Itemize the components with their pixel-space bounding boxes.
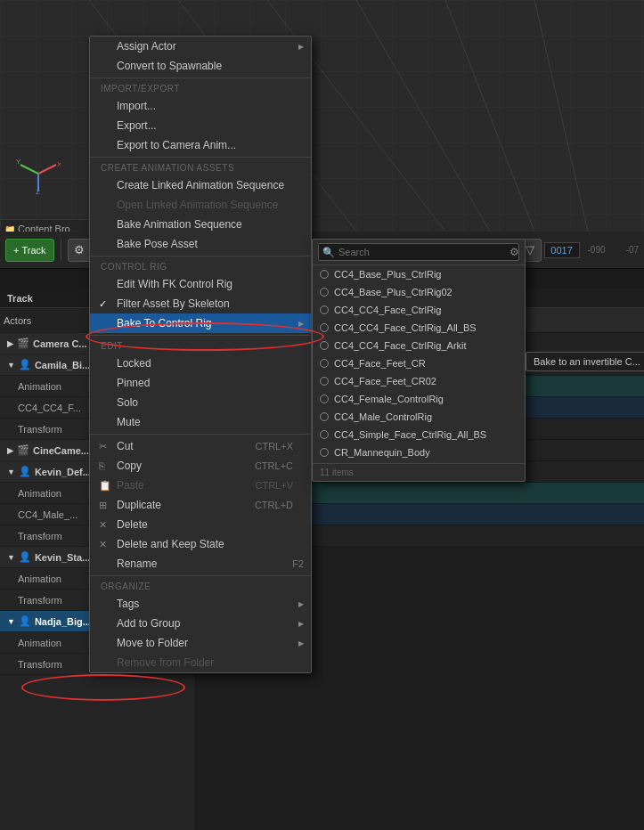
ctx-duplicate[interactable]: ⊞ Duplicate CTRL+D — [90, 495, 311, 515]
track-label: Transform — [18, 659, 62, 670]
track-label: CC4_CC4_F... — [18, 403, 81, 413]
filter-button[interactable]: ⚙ — [68, 239, 91, 262]
ctx-sep-5 — [90, 434, 311, 435]
tags-label: Tags — [117, 598, 139, 610]
ctx-import-export-section: Import/Export — [90, 80, 311, 96]
paste-shortcut: CTRL+V — [256, 480, 294, 491]
move-to-folder-label: Move to Folder — [117, 637, 188, 649]
submenu-item-5[interactable]: CC4_Face_Feet_CR — [313, 354, 525, 372]
separator — [61, 240, 61, 261]
ctx-control-rig-section: Control Rig — [90, 258, 311, 274]
ctx-sep-2 — [90, 157, 311, 158]
ctx-sep-6 — [90, 575, 311, 576]
submenu-item-3[interactable]: CC4_CC4_Face_CtrlRig_All_BS — [313, 319, 525, 337]
ctx-delete[interactable]: ✕ Delete — [90, 515, 311, 534]
expand-arrow: ▼ — [7, 553, 15, 562]
add-to-group-label: Add to Group — [117, 617, 180, 630]
expand-arrow: ▶ — [7, 339, 13, 348]
submenu-count: 11 items — [313, 463, 525, 481]
copy-label: Copy — [117, 460, 142, 472]
remove-from-folder-label: Remove from Folder — [117, 656, 214, 669]
ctx-assign-actor[interactable]: Assign Actor — [90, 37, 311, 56]
ctx-copy[interactable]: ⎘ Copy CTRL+C — [90, 456, 311, 476]
ctx-edit-fk[interactable]: Edit With FK Control Rig — [90, 274, 311, 294]
actor-icon: 👤 — [19, 466, 31, 477]
cut-label: Cut — [117, 440, 134, 452]
timecode-display: 0017 — [544, 242, 580, 258]
track-label: CineCame... — [33, 445, 89, 456]
submenu-item-1[interactable]: CC4_Base_Plus_CtrlRig02 — [313, 283, 525, 301]
radio-2 — [320, 305, 329, 314]
convert-spawnable-label: Convert to Spawnable — [117, 60, 222, 72]
track-label: Camera C... — [33, 338, 87, 349]
ctx-export-camera[interactable]: Export to Camera Anim... — [90, 135, 311, 155]
paste-label: Paste — [117, 479, 144, 492]
svg-text:X: X — [57, 160, 61, 168]
pinned-label: Pinned — [117, 377, 150, 389]
ctx-sep-4 — [90, 335, 311, 336]
bake-anim-label: Bake Animation Sequence — [117, 218, 242, 231]
submenu-item-7[interactable]: CC4_Female_ControlRig — [313, 390, 525, 408]
ctx-create-linked[interactable]: Create Linked Animation Sequence — [90, 175, 311, 195]
assign-actor-label: Assign Actor — [117, 40, 176, 53]
paste-icon: 📋 — [99, 480, 111, 492]
track-button[interactable]: + Track — [5, 239, 54, 262]
submenu-item-4[interactable]: CC4_CC4_Face_CtrlRig_Arkit — [313, 337, 525, 354]
ctx-rename[interactable]: Rename F2 — [90, 554, 311, 574]
ctx-cut[interactable]: ✂ Cut CTRL+X — [90, 436, 311, 456]
actors-label: Actors — [4, 315, 31, 326]
ctx-export[interactable]: Export... — [90, 116, 311, 135]
track-label: Transform — [18, 595, 62, 606]
ctx-delete-keep[interactable]: ✕ Delete and Keep State — [90, 534, 311, 554]
ctx-add-to-group[interactable]: Add to Group — [90, 614, 311, 633]
context-menu: Assign Actor Convert to Spawnable Import… — [89, 36, 312, 673]
ctx-open-linked: Open Linked Animation Sequence — [90, 195, 311, 215]
tooltip-text: Bake to an invertible C... — [534, 356, 640, 367]
actor-icon: 👤 — [19, 615, 31, 627]
svg-text:Y: Y — [16, 158, 21, 166]
ctx-move-to-folder[interactable]: Move to Folder — [90, 633, 311, 653]
ctx-filter-asset[interactable]: Filter Asset By Skeleton — [90, 294, 311, 313]
tooltip: Bake to an invertible C... — [526, 352, 644, 371]
edit-fk-label: Edit With FK Control Rig — [117, 278, 232, 290]
open-linked-label: Open Linked Animation Sequence — [117, 199, 278, 211]
filter-asset-label: Filter Asset By Skeleton — [117, 297, 230, 310]
ctx-convert-spawnable[interactable]: Convert to Spawnable — [90, 56, 311, 76]
submenu-item-0[interactable]: CC4_Base_Plus_CtrlRig — [313, 265, 525, 283]
expand-arrow: ▶ — [7, 446, 13, 455]
item-label-2: CC4_CC4_Face_CtrlRig — [334, 305, 441, 315]
duplicate-label: Duplicate — [117, 499, 161, 511]
ctx-sep-1 — [90, 77, 311, 78]
filter-area: ▽ 0017 -090 -07 — [518, 239, 639, 262]
search-input[interactable] — [318, 243, 519, 261]
locked-label: Locked — [117, 357, 151, 370]
track-label: Nadja_Big... — [35, 616, 91, 627]
submenu-item-6[interactable]: CC4_Face_Feet_CR02 — [313, 372, 525, 390]
track-label: Animation — [18, 488, 61, 499]
ctx-solo[interactable]: Solo — [90, 393, 311, 412]
duplicate-icon: ⊞ — [99, 500, 107, 511]
ctx-pinned[interactable]: Pinned — [90, 373, 311, 393]
item-label-3: CC4_CC4_Face_CtrlRig_All_BS — [334, 322, 477, 333]
submenu-item-10[interactable]: CR_Mannequin_Body — [313, 443, 525, 461]
submenu-item-9[interactable]: CC4_Simple_Face_CtrlRig_All_BS — [313, 426, 525, 443]
ctx-sep-3 — [90, 256, 311, 256]
ctx-bake-control-rig[interactable]: Bake To Control Rig — [90, 313, 311, 333]
item-label-4: CC4_CC4_Face_CtrlRig_Arkit — [334, 340, 467, 351]
gear-icon[interactable]: ⚙ — [509, 246, 519, 258]
count-label: 11 items — [320, 468, 354, 477]
radio-9 — [320, 430, 329, 439]
ctx-locked[interactable]: Locked — [90, 354, 311, 373]
submenu-item-8[interactable]: CC4_Male_ControlRig — [313, 408, 525, 426]
ctx-bake-anim[interactable]: Bake Animation Sequence — [90, 215, 311, 234]
ctx-tags[interactable]: Tags — [90, 594, 311, 614]
ctx-bake-pose[interactable]: Bake Pose Asset — [90, 234, 311, 254]
svg-text:Z: Z — [36, 188, 40, 196]
plus-icon: + — [13, 245, 19, 256]
radio-7 — [320, 395, 329, 403]
track-label: Animation — [18, 381, 61, 392]
item-label-9: CC4_Simple_Face_CtrlRig_All_BS — [334, 429, 486, 440]
ctx-mute[interactable]: Mute — [90, 412, 311, 432]
ctx-import[interactable]: Import... — [90, 96, 311, 116]
submenu-item-2[interactable]: CC4_CC4_Face_CtrlRig — [313, 301, 525, 319]
